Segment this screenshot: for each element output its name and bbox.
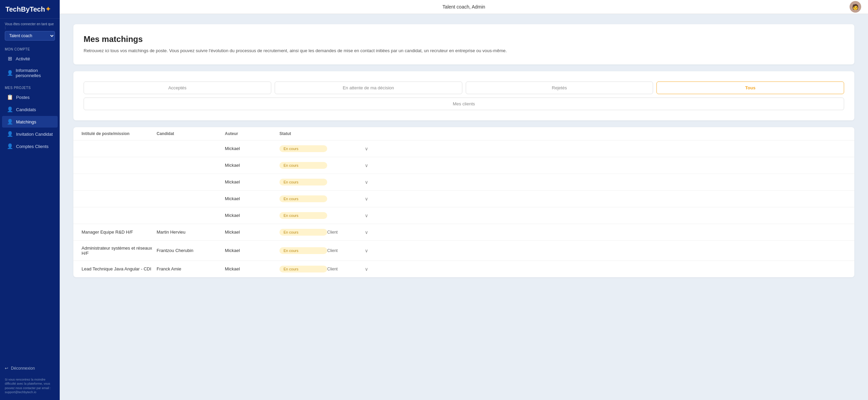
section-title-projets: MES PROJETS bbox=[0, 81, 60, 91]
chevron-icon[interactable]: ∨ bbox=[355, 229, 368, 235]
cell-auteur: Mickael bbox=[225, 266, 279, 271]
candidats-icon: 👤 bbox=[7, 106, 13, 113]
section-title-compte: MON COMPTE bbox=[0, 43, 60, 53]
topbar: Talent coach, Admin 🧑 bbox=[60, 0, 868, 14]
main-content: Talent coach, Admin 🧑 Mes matchings Retr… bbox=[60, 0, 868, 400]
topbar-title: Talent coach, Admin bbox=[443, 4, 485, 10]
table-body: Mickael En cours ∨ Mickael En cours ∨ Mi… bbox=[73, 140, 854, 277]
filter-row: Acceptés En attente de ma décision Rejet… bbox=[84, 82, 844, 94]
cell-auteur: Mickael bbox=[225, 163, 279, 168]
logout-label: Déconnexion bbox=[11, 366, 35, 371]
logo-star: ✦ bbox=[45, 5, 51, 13]
filter-rejetes[interactable]: Rejetés bbox=[466, 82, 653, 94]
sidebar-item-matchings-label: Matchings bbox=[16, 119, 36, 124]
intro-card: Mes matchings Retrouvez ici tous vos mat… bbox=[73, 24, 854, 64]
table-row[interactable]: Lead Technique Java Angular - CDI Franck… bbox=[73, 261, 854, 277]
sidebar-item-candidats-label: Candidats bbox=[16, 107, 36, 112]
sidebar-item-candidats[interactable]: 👤 Candidats bbox=[2, 104, 58, 115]
grid-icon: ⊞ bbox=[7, 56, 13, 62]
sidebar-item-matchings[interactable]: 👤 Matchings bbox=[2, 116, 58, 128]
logo-area: TechByTech✦ bbox=[0, 0, 60, 19]
status-badge: En cours bbox=[279, 162, 327, 169]
logout-icon: ↩ bbox=[5, 366, 8, 371]
cell-auteur: Mickael bbox=[225, 196, 279, 201]
chevron-icon[interactable]: ∨ bbox=[355, 179, 368, 185]
role-section: Vous êtes connecter en tant que : Talent… bbox=[0, 19, 60, 43]
avatar[interactable]: 🧑 bbox=[850, 1, 861, 13]
sidebar-item-comptes[interactable]: 👤 Comptes Clients bbox=[2, 140, 58, 152]
cell-poste: Manager Equipe R&D H/F bbox=[82, 229, 157, 235]
sidebar-item-info-perso[interactable]: 👤 Information personnelles bbox=[2, 65, 58, 81]
cell-poste: Lead Technique Java Angular - CDI bbox=[82, 266, 157, 271]
col-header-candidat: Candidat bbox=[157, 131, 225, 136]
sidebar-item-activite-label: Activité bbox=[16, 56, 30, 61]
chevron-icon[interactable]: ∨ bbox=[355, 266, 368, 272]
status-badge: En cours bbox=[279, 179, 327, 186]
status-badge: En cours bbox=[279, 266, 327, 272]
col-header-auteur: Auteur bbox=[225, 131, 279, 136]
col-header-action bbox=[327, 131, 355, 136]
chevron-icon[interactable]: ∨ bbox=[355, 213, 368, 218]
chevron-icon[interactable]: ∨ bbox=[355, 196, 368, 202]
sidebar-item-activite[interactable]: ⊞ Activité bbox=[2, 53, 58, 64]
filter-en-attente[interactable]: En attente de ma décision bbox=[275, 82, 462, 94]
cell-auteur: Mickael bbox=[225, 146, 279, 151]
status-badge: En cours bbox=[279, 229, 327, 236]
sidebar-item-postes-label: Postes bbox=[16, 95, 30, 100]
sidebar-item-info-perso-label: Information personnelles bbox=[16, 68, 53, 78]
role-select[interactable]: Talent coach bbox=[5, 31, 55, 41]
cell-extra: Client bbox=[327, 230, 355, 235]
sidebar-item-comptes-label: Comptes Clients bbox=[16, 144, 48, 149]
table-row[interactable]: Mickael En cours ∨ bbox=[73, 157, 854, 174]
status-badge: En cours bbox=[279, 247, 327, 254]
cell-extra: Client bbox=[327, 248, 355, 253]
page-title: Mes matchings bbox=[84, 34, 844, 44]
page-body: Mes matchings Retrouvez ici tous vos mat… bbox=[60, 14, 868, 400]
table-row[interactable]: Mickael En cours ∨ bbox=[73, 207, 854, 224]
table-row[interactable]: Mickael En cours ∨ bbox=[73, 191, 854, 207]
sidebar-item-invitation-label: Invitation Candidat bbox=[16, 132, 53, 137]
cell-auteur: Mickael bbox=[225, 179, 279, 184]
status-badge: En cours bbox=[279, 195, 327, 202]
filter-card: Acceptés En attente de ma décision Rejet… bbox=[73, 71, 854, 120]
filter-mes-clients[interactable]: Mes clients bbox=[84, 98, 844, 110]
table-header: Intitulé de poste/mission Candidat Auteu… bbox=[73, 127, 854, 140]
table-row[interactable]: Mickael En cours ∨ bbox=[73, 140, 854, 157]
cell-extra: Client bbox=[327, 267, 355, 271]
invitation-icon: 👤 bbox=[7, 131, 13, 137]
cell-candidat: Frantzou Cherubin bbox=[157, 248, 225, 253]
col-header-poste: Intitulé de poste/mission bbox=[82, 131, 157, 136]
chevron-icon[interactable]: ∨ bbox=[355, 163, 368, 168]
logout-button[interactable]: ↩ Déconnexion bbox=[0, 362, 60, 374]
cell-auteur: Mickael bbox=[225, 213, 279, 218]
person-icon: 👤 bbox=[7, 70, 13, 76]
role-label: Vous êtes connecter en tant que : bbox=[5, 22, 55, 30]
col-header-statut: Statut bbox=[279, 131, 327, 136]
postes-icon: 📋 bbox=[7, 94, 13, 100]
logo-text: TechByTech bbox=[5, 5, 45, 13]
support-text: Si vous rencontrez la moindre difficulté… bbox=[0, 374, 60, 400]
status-badge: En cours bbox=[279, 145, 327, 152]
table-row[interactable]: Administrateur systèmes et réseaux H/F F… bbox=[73, 241, 854, 261]
sidebar-item-postes[interactable]: 📋 Postes bbox=[2, 91, 58, 103]
chevron-icon[interactable]: ∨ bbox=[355, 248, 368, 253]
cell-candidat: Martin Hervieu bbox=[157, 229, 225, 235]
comptes-icon: 👤 bbox=[7, 143, 13, 149]
table-row[interactable]: Manager Equipe R&D H/F Martin Hervieu Mi… bbox=[73, 224, 854, 241]
chevron-icon[interactable]: ∨ bbox=[355, 146, 368, 151]
table-row[interactable]: Mickael En cours ∨ bbox=[73, 174, 854, 191]
sidebar: TechByTech✦ Vous êtes connecter en tant … bbox=[0, 0, 60, 400]
cell-auteur: Mickael bbox=[225, 229, 279, 235]
page-subtitle: Retrouvez ici tous vos matchings de post… bbox=[84, 47, 844, 54]
status-badge: En cours bbox=[279, 212, 327, 219]
sidebar-item-invitation[interactable]: 👤 Invitation Candidat bbox=[2, 128, 58, 140]
cell-candidat: Franck Amie bbox=[157, 266, 225, 271]
table-card: Intitulé de poste/mission Candidat Auteu… bbox=[73, 127, 854, 277]
matchings-icon: 👤 bbox=[7, 119, 13, 125]
cell-auteur: Mickael bbox=[225, 248, 279, 253]
filter-acceptes[interactable]: Acceptés bbox=[84, 82, 271, 94]
filter-tous[interactable]: Tous bbox=[656, 82, 844, 94]
cell-poste: Administrateur systèmes et réseaux H/F bbox=[82, 246, 157, 256]
